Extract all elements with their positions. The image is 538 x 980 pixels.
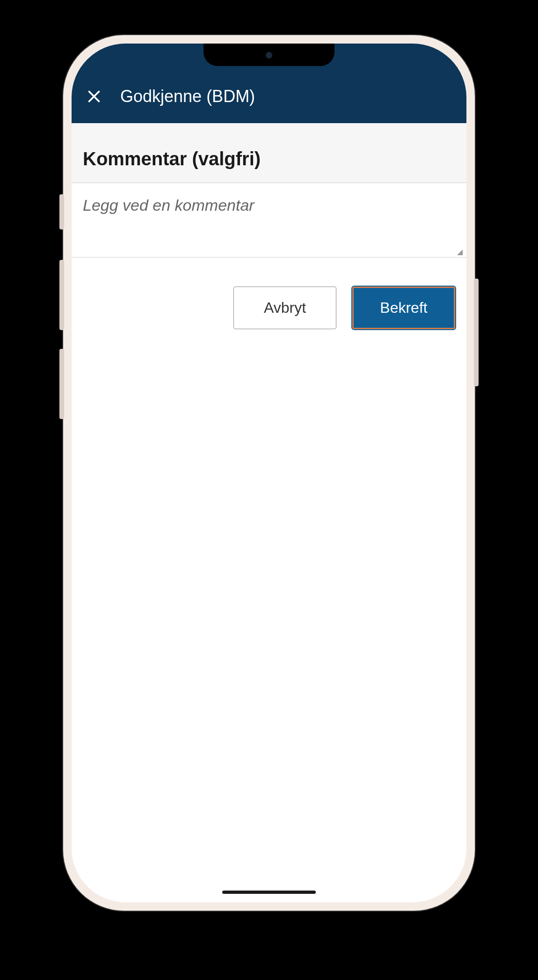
power-button: [474, 279, 479, 386]
resize-handle-icon[interactable]: [457, 250, 463, 255]
phone-frame: Godkjenne (BDM) Kommentar (valgfri) Avbr…: [63, 35, 475, 911]
home-indicator[interactable]: [222, 891, 316, 894]
volume-up-button: [59, 260, 64, 330]
comment-input[interactable]: [83, 196, 455, 233]
volume-down-button: [59, 349, 64, 419]
close-button[interactable]: [84, 86, 104, 107]
close-icon: [86, 88, 102, 105]
phone-inner: Godkjenne (BDM) Kommentar (valgfri) Avbr…: [72, 44, 466, 902]
button-row: Avbryt Bekreft: [72, 258, 466, 329]
app-screen: Godkjenne (BDM) Kommentar (valgfri) Avbr…: [72, 44, 466, 902]
confirm-button[interactable]: Bekreft: [352, 287, 455, 329]
section-title: Kommentar (valgfri): [83, 148, 455, 169]
comment-area: [72, 183, 466, 258]
camera-dot: [266, 52, 272, 59]
silent-switch: [59, 194, 64, 229]
page-title: Godkjenne (BDM): [120, 87, 255, 106]
section-header: Kommentar (valgfri): [72, 123, 466, 183]
cancel-button[interactable]: Avbryt: [233, 287, 336, 329]
phone-notch: [204, 44, 334, 66]
